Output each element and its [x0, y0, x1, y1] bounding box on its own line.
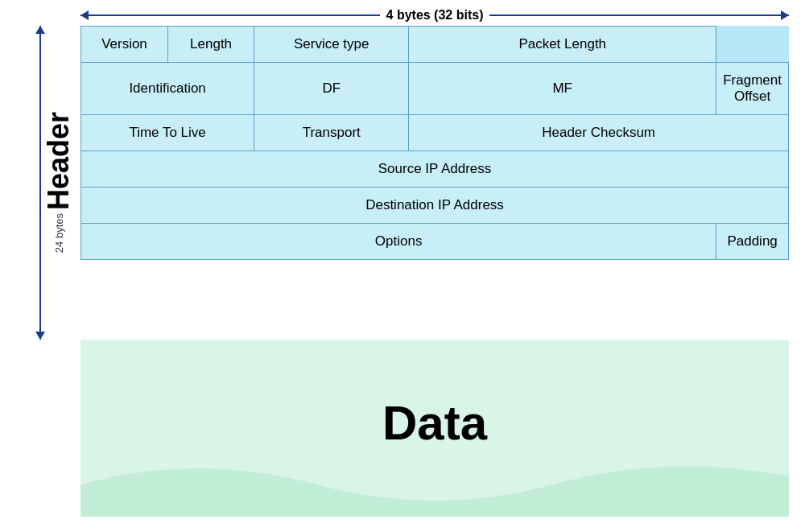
main-content: Header 24 bytes Version Length Service t… — [32, 26, 789, 340]
cell-identification: Identification — [81, 63, 254, 115]
diagram-container: 4 bytes (32 bits) Header 24 bytes — [32, 8, 789, 524]
cell-mf: MF — [409, 63, 716, 115]
cell-service-type: Service type — [254, 27, 409, 63]
cell-fragment-offset: Fragment Offset — [716, 63, 789, 115]
side-labels: Header 24 bytes — [44, 112, 73, 253]
vert-arrow-bottom — [39, 183, 41, 340]
table-row: Identification DF MF Fragment Offset — [81, 63, 789, 115]
ip-header-table: Version Length Service type Packet Lengt… — [80, 26, 789, 260]
top-arrow-row: 4 bytes (32 bits) — [80, 8, 789, 23]
cell-padding: Padding — [716, 224, 789, 260]
top-label: 4 bytes (32 bits) — [380, 8, 490, 23]
cell-version: Version — [81, 27, 168, 63]
vert-arrow-top — [39, 26, 41, 183]
wave-decoration — [80, 452, 789, 517]
arrow-left — [80, 14, 380, 16]
table-row: Source IP Address — [81, 151, 789, 188]
data-label: Data — [382, 395, 487, 451]
cell-header-checksum: Header Checksum — [409, 115, 789, 151]
cell-ttl: Time To Live — [81, 115, 254, 151]
table-area: Version Length Service type Packet Lengt… — [80, 26, 789, 340]
left-arrow-wrapper: Header 24 bytes — [39, 26, 73, 340]
table-row: Destination IP Address — [81, 188, 789, 224]
cell-transport: Transport — [254, 115, 409, 151]
header-label: Header — [44, 112, 73, 210]
cell-options: Options — [81, 224, 716, 260]
table-row: Version Length Service type Packet Lengt… — [81, 27, 789, 63]
data-section-inner: Data — [80, 340, 789, 517]
left-arrow-col: Header 24 bytes — [32, 26, 80, 340]
data-section: Data — [80, 340, 789, 517]
cell-packet-length: Packet Length — [409, 27, 716, 63]
table-row: Options Padding — [81, 224, 789, 260]
cell-source-ip: Source IP Address — [81, 151, 789, 188]
top-arrow-line: 4 bytes (32 bits) — [80, 8, 789, 23]
cell-df: DF — [254, 63, 409, 115]
cell-length: Length — [167, 27, 254, 63]
table-row: Time To Live Transport Header Checksum — [81, 115, 789, 151]
vertical-line-container — [39, 26, 41, 340]
cell-dest-ip: Destination IP Address — [81, 188, 789, 224]
bytes-label: 24 bytes — [53, 213, 65, 253]
arrow-right — [489, 14, 789, 16]
